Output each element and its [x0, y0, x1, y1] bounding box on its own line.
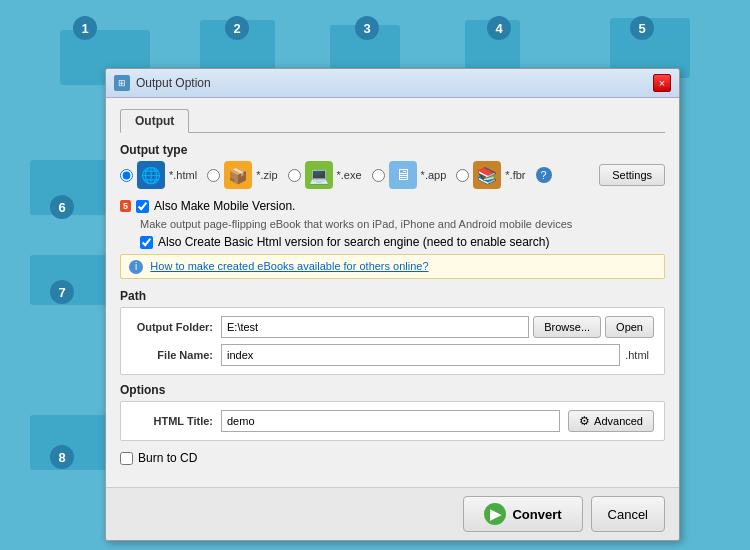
radio-zip[interactable] [207, 169, 220, 182]
badge-8: 8 [50, 445, 74, 469]
mobile-desc: Make output page-flipping eBook that wor… [140, 218, 665, 230]
help-icon[interactable]: ? [536, 167, 552, 183]
zip-icon: 📦 [224, 161, 252, 189]
ext-exe: *.exe [337, 169, 362, 181]
output-option-dialog: ⊞ Output Option × Output Output type 🌐 *… [105, 68, 680, 541]
html-title-input[interactable] [221, 410, 560, 432]
html-version-label: Also Create Basic Html version for searc… [158, 235, 550, 249]
file-name-input[interactable] [221, 344, 620, 366]
html-version-checkbox[interactable] [140, 236, 153, 249]
badge-7: 7 [50, 280, 74, 304]
output-folder-label: Output Folder: [131, 321, 221, 333]
fbr-icon: 📚 [473, 161, 501, 189]
path-section: Output Folder: Browse... Open File Name:… [120, 307, 665, 375]
browse-button[interactable]: Browse... [533, 316, 601, 338]
file-name-ext: .html [620, 349, 654, 361]
output-option-exe[interactable]: 💻 *.exe [288, 161, 362, 189]
dialog-content: Output Output type 🌐 *.html 📦 *.zip 💻 *.… [106, 98, 679, 487]
mobile-version-checkbox[interactable] [136, 200, 149, 213]
html-title-row: HTML Title: ⚙ Advanced [131, 410, 654, 432]
badge-2: 2 [225, 16, 249, 40]
file-name-label: File Name: [131, 349, 221, 361]
open-button[interactable]: Open [605, 316, 654, 338]
options-section: HTML Title: ⚙ Advanced [120, 401, 665, 441]
convert-arrow-icon: ▶ [484, 503, 506, 525]
html-title-label: HTML Title: [131, 415, 221, 427]
ext-html: *.html [169, 169, 197, 181]
dialog-footer: ▶ Convert Cancel [106, 487, 679, 540]
ext-fbr: *.fbr [505, 169, 525, 181]
html-icon: 🌐 [137, 161, 165, 189]
badge-6: 6 [50, 195, 74, 219]
output-option-app[interactable]: 🖥 *.app [372, 161, 447, 189]
app-icon: 🖥 [389, 161, 417, 189]
cancel-button[interactable]: Cancel [591, 496, 665, 532]
settings-button[interactable]: Settings [599, 164, 665, 186]
gear-icon: ⚙ [579, 414, 590, 428]
dialog-title: ⊞ Output Option [114, 75, 211, 91]
radio-html[interactable] [120, 169, 133, 182]
advanced-button[interactable]: ⚙ Advanced [568, 410, 654, 432]
badge-3: 3 [355, 16, 379, 40]
convert-label: Convert [512, 507, 561, 522]
convert-button[interactable]: ▶ Convert [463, 496, 582, 532]
dialog-titlebar: ⊞ Output Option × [106, 69, 679, 98]
radio-app[interactable] [372, 169, 385, 182]
advanced-label: Advanced [594, 415, 643, 427]
tab-output[interactable]: Output [120, 109, 189, 133]
output-folder-input[interactable] [221, 316, 529, 338]
output-option-zip[interactable]: 📦 *.zip [207, 161, 277, 189]
ext-zip: *.zip [256, 169, 277, 181]
info-box: i How to make created eBooks available f… [120, 254, 665, 279]
dialog-title-icon: ⊞ [114, 75, 130, 91]
html5-badge: 5 [120, 200, 131, 212]
mobile-version-row: 5 Also Make Mobile Version. [120, 199, 665, 213]
file-name-row: File Name: .html [131, 344, 654, 366]
badge-4: 4 [487, 16, 511, 40]
output-type-label: Output type [120, 143, 665, 157]
ext-app: *.app [421, 169, 447, 181]
path-label: Path [120, 289, 665, 303]
close-button[interactable]: × [653, 74, 671, 92]
html-version-row: Also Create Basic Html version for searc… [120, 235, 665, 249]
badge-1: 1 [73, 16, 97, 40]
dialog-title-text: Output Option [136, 76, 211, 90]
info-link[interactable]: How to make created eBooks available for… [150, 260, 428, 272]
output-option-html[interactable]: 🌐 *.html [120, 161, 197, 189]
radio-exe[interactable] [288, 169, 301, 182]
exe-icon: 💻 [305, 161, 333, 189]
info-icon: i [129, 260, 143, 274]
radio-fbr[interactable] [456, 169, 469, 182]
mobile-version-label: Also Make Mobile Version. [154, 199, 295, 213]
burn-cd-label: Burn to CD [138, 451, 197, 465]
badge-5: 5 [630, 16, 654, 40]
burn-cd-checkbox[interactable] [120, 452, 133, 465]
output-folder-row: Output Folder: Browse... Open [131, 316, 654, 338]
tab-bar: Output [120, 108, 665, 133]
output-option-fbr[interactable]: 📚 *.fbr [456, 161, 525, 189]
options-label: Options [120, 383, 665, 397]
burn-cd-row: Burn to CD [120, 451, 665, 465]
output-type-row: 🌐 *.html 📦 *.zip 💻 *.exe 🖥 *.app [120, 161, 665, 189]
